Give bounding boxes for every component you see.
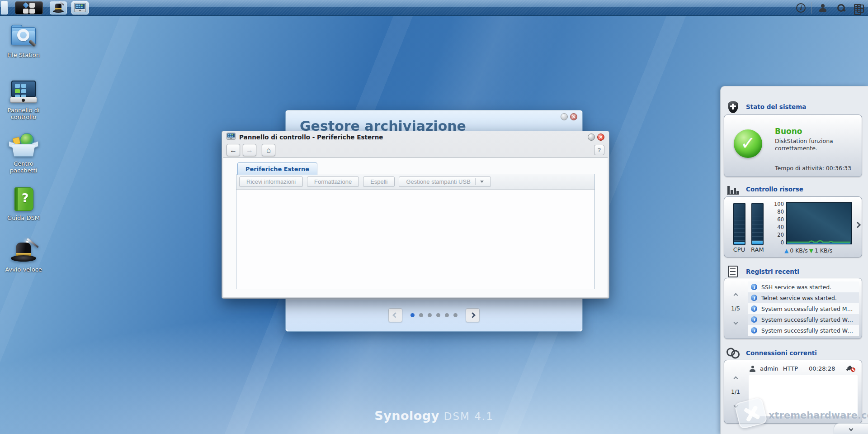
system-info-button[interactable]: i [792, 0, 810, 15]
taskbar-quick-start-button[interactable] [50, 1, 67, 14]
magic-hat-icon [8, 238, 39, 264]
page-dot[interactable] [419, 313, 423, 317]
user-menu-button[interactable] [814, 0, 832, 15]
page-dot[interactable] [453, 313, 458, 317]
desktop-icon-label: Pannello di controllo [2, 107, 45, 121]
dropdown-caret-icon [480, 181, 484, 183]
network-io-readout: ▲ 0 KB/s ▼ 1 KB/s [784, 247, 832, 254]
info-icon: i [751, 316, 757, 323]
wizard-pager [388, 308, 480, 322]
desktop-icon-quick-start[interactable]: Avvio veloce [0, 238, 47, 273]
info-icon: i [751, 305, 757, 312]
external-devices-panel: Periferiche Esterne Ricevi informazioni … [236, 174, 595, 289]
control-panel-titlebar[interactable]: Pannello di controllo - Periferiche Este… [222, 131, 609, 143]
page-dot[interactable] [436, 313, 440, 317]
show-desktop-button[interactable] [1, 1, 8, 14]
info-icon: i [796, 3, 806, 13]
log-text: SSH service was started. [761, 284, 831, 291]
pilot-view-button[interactable] [850, 0, 868, 15]
log-list: iSSH service was started. iTelnet servic… [748, 281, 859, 336]
upload-value: 0 KB/s [790, 247, 807, 254]
control-panel-screen-icon [226, 133, 236, 141]
user-icon [819, 4, 827, 12]
home-button[interactable]: ⌂ [262, 144, 275, 156]
forward-arrow-icon: → [246, 146, 253, 154]
log-text: System successfully started Web S... [761, 316, 856, 323]
button-label: Ricevi informazioni [246, 178, 296, 185]
section-title: Registri recenti [746, 268, 799, 275]
main-menu-button[interactable] [15, 1, 43, 14]
chevron-down-icon [733, 320, 738, 325]
back-arrow-icon: ← [230, 146, 237, 154]
control-panel-screen-icon [74, 3, 86, 14]
ban-icon [851, 367, 855, 372]
cpu-gauge [733, 203, 745, 245]
system-status-header: Stato del sistema [726, 100, 863, 114]
page-dot[interactable] [410, 313, 415, 317]
recent-logs-box: 1/5 iSSH service was started. iTelnet se… [724, 278, 862, 339]
format-button[interactable]: Formattazione [307, 176, 359, 187]
desktop-icon-package-center[interactable]: Centro pacchetti [0, 132, 47, 174]
eject-button[interactable]: Espelli [363, 176, 395, 187]
recent-logs-header: Registri recenti [726, 265, 863, 278]
status-description: DiskStation funziona correttamente. [775, 138, 852, 152]
connections-page-indicator: 1/1 [731, 388, 740, 395]
window-controls: × [561, 113, 577, 120]
minimize-button[interactable] [588, 134, 595, 141]
log-row: iTelnet service was started. [748, 292, 859, 303]
taskbar-control-panel-button[interactable] [71, 1, 89, 14]
info-icon: i [751, 295, 757, 301]
search-button[interactable] [832, 0, 850, 15]
action-button-row: Ricevi informazioni Formattazione Espell… [236, 174, 594, 190]
log-text: System successfully started Web S... [761, 327, 856, 334]
window-controls: × [588, 134, 604, 141]
logs-page-up-button[interactable] [733, 291, 738, 299]
tab-label: Periferiche Esterne [245, 166, 309, 172]
help-button[interactable]: ? [594, 145, 604, 155]
logs-page-down-button[interactable] [733, 318, 738, 326]
usb-printer-manager-button[interactable]: Gestione stampanti USB [399, 176, 491, 187]
log-text: Telnet service was started. [761, 295, 837, 301]
sidebar-collapse-button[interactable] [834, 423, 868, 434]
next-page-button[interactable] [466, 308, 480, 322]
page-dot[interactable] [445, 313, 449, 317]
desktop-icon-dsm-help[interactable]: ? Guida DSM [0, 186, 47, 221]
button-label: Gestione stampanti USB [406, 178, 470, 185]
open-resource-monitor-button[interactable] [855, 222, 860, 229]
close-icon: × [599, 134, 603, 140]
control-panel-toolbar: ← → ⌂ ? [222, 143, 609, 157]
desktop-icon-file-station[interactable]: File Station [0, 24, 47, 58]
connections-page-up-button[interactable] [733, 374, 738, 382]
log-row: iSystem successfully started Mysql... [748, 303, 859, 314]
dsm-version: DSM 4.1 [444, 410, 494, 422]
magic-hat-icon [53, 3, 64, 13]
package-center-icon [8, 132, 39, 158]
section-title: Controllo risorse [746, 186, 803, 193]
close-button[interactable]: × [597, 134, 604, 141]
chevron-down-icon [849, 427, 854, 431]
forward-button[interactable]: → [243, 144, 256, 156]
question-mark-icon: ? [598, 147, 601, 153]
axis-tick: 100 [774, 201, 784, 207]
resource-monitor-header: Controllo risorse [726, 182, 863, 196]
page-dot[interactable] [428, 313, 432, 317]
previous-page-button[interactable] [388, 308, 402, 322]
download-value: 1 KB/s [815, 247, 832, 254]
back-button[interactable]: ← [226, 144, 240, 156]
synology-logo: Synology [374, 409, 439, 423]
network-axis: 100 80 60 40 20 0 [764, 201, 784, 246]
desktop-icon-label: File Station [0, 52, 47, 58]
axis-tick: 40 [777, 224, 784, 230]
close-button[interactable]: × [570, 113, 577, 120]
ram-gauge [751, 203, 764, 245]
system-status-box: ✓ Buono DiskStation funziona correttamen… [724, 114, 862, 177]
dsm-desktop: i File Station Pannello di controllo [0, 0, 868, 434]
cpu-label: CPU [733, 246, 745, 253]
axis-tick: 80 [777, 209, 784, 215]
desktop-icon-control-panel[interactable]: Pannello di controllo [0, 79, 47, 121]
logs-page-indicator: 1/5 [731, 305, 740, 312]
disconnect-button[interactable] [847, 365, 855, 372]
get-info-button[interactable]: Ricevi informazioni [239, 176, 303, 187]
minimize-button[interactable] [561, 113, 568, 120]
tab-periferiche-esterne[interactable]: Periferiche Esterne [237, 162, 317, 175]
